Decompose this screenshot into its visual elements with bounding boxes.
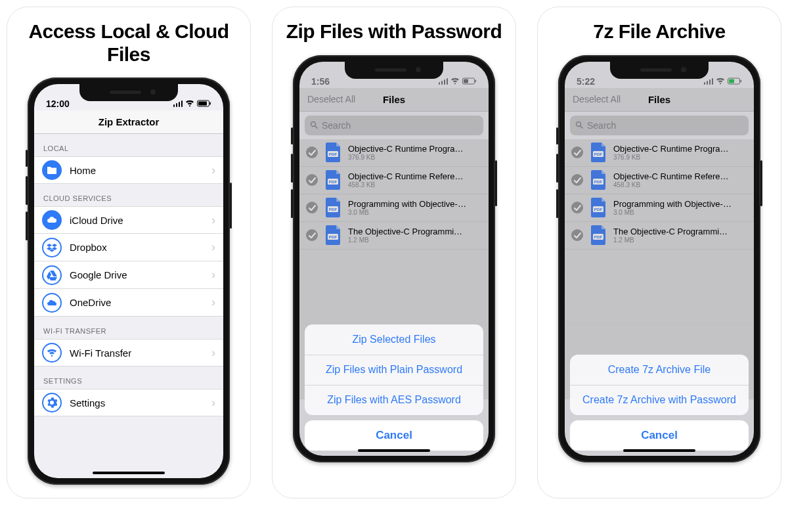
phone-frame: 1:56 Deselect All Files Search: [293, 55, 495, 462]
row-label: iCloud Drive: [70, 215, 204, 226]
status-time: 12:00: [46, 99, 70, 109]
phone-screen: 12:00 Zip Extractor LOCAL Home › CL: [34, 84, 223, 478]
row-label: Google Drive: [70, 269, 204, 280]
row-label: Wi-Fi Transfer: [70, 347, 204, 359]
action-sheet: Create 7z Archive File Create 7z Archive…: [565, 349, 754, 456]
wifi-icon: [185, 99, 194, 109]
chevron-right-icon: ›: [211, 268, 215, 282]
onedrive-icon: [42, 293, 62, 313]
gear-icon: [42, 393, 62, 412]
section-header-cloud: CLOUD SERVICES: [34, 184, 223, 206]
zip-plain-password-button[interactable]: Zip Files with Plain Password: [305, 355, 483, 385]
row-icloud[interactable]: iCloud Drive ›: [34, 206, 223, 234]
create-7z-button[interactable]: Create 7z Archive File: [570, 355, 749, 385]
panel-title: 7z File Archive: [593, 20, 725, 43]
cancel-button[interactable]: Cancel: [570, 420, 749, 451]
chevron-right-icon: ›: [211, 396, 215, 410]
panel-local-cloud: Access Local & Cloud Files 12:00 Zip Ext…: [7, 7, 251, 499]
home-indicator[interactable]: [623, 449, 695, 452]
nav-title: Zip Extractor: [98, 116, 160, 127]
row-label: Settings: [70, 397, 204, 409]
chevron-right-icon: ›: [211, 240, 215, 254]
section-header-local: LOCAL: [34, 134, 223, 156]
chevron-right-icon: ›: [211, 296, 215, 309]
row-wifi-transfer[interactable]: Wi-Fi Transfer ›: [34, 339, 223, 366]
chevron-right-icon: ›: [211, 213, 215, 227]
signal-icon: [173, 100, 183, 107]
chevron-right-icon: ›: [211, 164, 215, 177]
section-header-wifi: WI-FI TRANSFER: [34, 317, 223, 339]
row-label: OneDrive: [70, 297, 204, 308]
row-home[interactable]: Home ›: [34, 156, 223, 184]
wifi-transfer-icon: [42, 343, 62, 363]
notch: [610, 62, 709, 79]
battery-icon: [197, 99, 211, 109]
nav-bar: Zip Extractor: [34, 110, 223, 134]
phone-screen: 1:56 Deselect All Files Search: [299, 62, 489, 456]
phone-screen: 5:22 Deselect All Files Search: [565, 62, 754, 456]
row-dropbox[interactable]: Dropbox ›: [34, 234, 223, 261]
dropbox-icon: [42, 238, 62, 257]
action-sheet: Zip Selected Files Zip Files with Plain …: [299, 319, 489, 456]
row-label: Home: [70, 165, 204, 176]
row-label: Dropbox: [70, 242, 204, 253]
zip-selected-button[interactable]: Zip Selected Files: [305, 324, 483, 355]
cloud-icon: [42, 210, 62, 230]
create-7z-password-button[interactable]: Create 7z Archive with Password: [570, 385, 749, 415]
home-indicator[interactable]: [93, 472, 165, 474]
folder-icon: [42, 160, 62, 180]
section-header-settings: SETTINGS: [34, 366, 223, 389]
notch: [79, 84, 178, 101]
panel-zip-password: Zip Files with Password 1:56 Deselect Al…: [272, 7, 516, 499]
panel-title: Zip Files with Password: [286, 20, 502, 43]
phone-frame: 12:00 Zip Extractor LOCAL Home › CL: [28, 78, 230, 485]
gdrive-icon: [42, 265, 62, 285]
row-gdrive[interactable]: Google Drive ›: [34, 261, 223, 289]
notch: [345, 62, 443, 79]
home-indicator[interactable]: [358, 449, 430, 452]
panel-7z-archive: 7z File Archive 5:22 Deselect All Files: [537, 7, 781, 499]
panel-title: Access Local & Cloud Files: [16, 20, 241, 66]
cancel-button[interactable]: Cancel: [305, 420, 483, 451]
phone-frame: 5:22 Deselect All Files Search: [558, 55, 760, 462]
chevron-right-icon: ›: [211, 346, 215, 360]
row-onedrive[interactable]: OneDrive ›: [34, 289, 223, 317]
zip-aes-password-button[interactable]: Zip Files with AES Password: [305, 385, 483, 415]
row-settings[interactable]: Settings ›: [34, 389, 223, 416]
